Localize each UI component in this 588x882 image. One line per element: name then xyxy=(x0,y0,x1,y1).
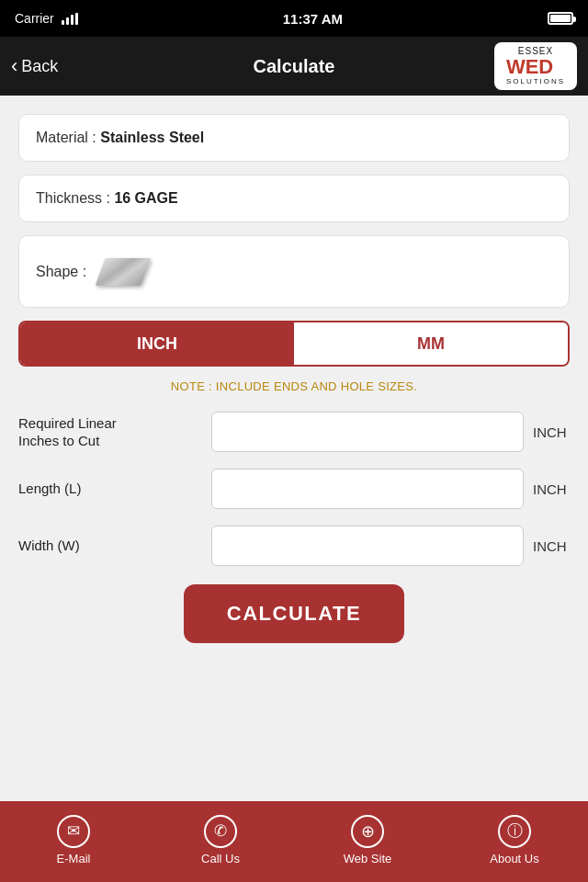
phone-icon: ✆ xyxy=(204,815,237,848)
shape-card: Shape : xyxy=(18,235,570,308)
width-label: Width (W) xyxy=(18,537,202,555)
back-label: Back xyxy=(21,57,58,76)
logo-solutions: SOLUTIONS xyxy=(506,78,565,86)
linear-inches-row: Required LinearInches to Cut INCH xyxy=(18,412,570,452)
length-label: Length (L) xyxy=(18,480,202,498)
linear-inches-input[interactable] xyxy=(211,412,524,452)
status-time: 11:37 AM xyxy=(283,11,343,27)
material-value: Stainless Steel xyxy=(100,130,204,145)
nav-bar: ‹ Back Calculate ESSEX WED SOLUTIONS xyxy=(0,37,588,96)
email-icon: ✉ xyxy=(57,815,90,848)
status-bar: Carrier 11:37 AM xyxy=(0,0,588,37)
shape-parallelogram-icon xyxy=(96,258,152,286)
unit-inch-button[interactable]: INCH xyxy=(20,322,294,365)
back-button[interactable]: ‹ Back xyxy=(11,54,58,78)
info-icon: ⓘ xyxy=(498,815,531,848)
carrier-label: Carrier xyxy=(15,11,54,26)
linear-inches-unit: INCH xyxy=(533,424,570,440)
tab-email-label: E-Mail xyxy=(57,852,91,865)
tab-website-label: Web Site xyxy=(344,852,392,865)
tab-email[interactable]: ✉ E-Mail xyxy=(0,801,147,882)
width-unit: INCH xyxy=(533,538,570,554)
note-text: NOTE : INCLUDE ENDS AND HOLE SIZES. xyxy=(18,379,570,393)
page-title: Calculate xyxy=(254,56,335,77)
length-row: Length (L) INCH xyxy=(18,469,570,509)
main-content: Material : Stainless Steel Thickness : 1… xyxy=(0,96,588,652)
status-carrier: Carrier xyxy=(15,11,78,26)
thickness-card: Thickness : 16 GAGE xyxy=(18,175,570,222)
width-input[interactable] xyxy=(211,526,524,566)
thickness-label: Thickness : xyxy=(36,190,110,206)
material-label: Material : xyxy=(36,130,96,145)
tab-website[interactable]: ⊕ Web Site xyxy=(294,801,441,882)
tab-about-label: About Us xyxy=(490,852,538,865)
logo-wed: WED xyxy=(506,56,553,78)
wifi-icon xyxy=(62,13,78,25)
logo-badge: ESSEX WED SOLUTIONS xyxy=(494,42,577,90)
tab-call[interactable]: ✆ Call Us xyxy=(147,801,294,882)
calculate-button[interactable]: CALCULATE xyxy=(184,584,404,643)
shape-label: Shape : xyxy=(36,264,86,280)
shape-image xyxy=(96,251,151,292)
linear-inches-label: Required LinearInches to Cut xyxy=(18,414,202,450)
length-input[interactable] xyxy=(211,469,524,509)
status-right xyxy=(548,12,573,25)
tab-about[interactable]: ⓘ About Us xyxy=(441,801,588,882)
thickness-value: 16 GAGE xyxy=(114,190,177,206)
length-unit: INCH xyxy=(533,481,570,497)
tab-bar: ✉ E-Mail ✆ Call Us ⊕ Web Site ⓘ About Us xyxy=(0,801,588,882)
tab-call-label: Call Us xyxy=(201,852,240,865)
unit-toggle[interactable]: INCH MM xyxy=(18,321,570,367)
material-card: Material : Stainless Steel xyxy=(18,114,570,162)
width-row: Width (W) INCH xyxy=(18,526,570,566)
unit-mm-button[interactable]: MM xyxy=(294,322,568,365)
globe-icon: ⊕ xyxy=(351,815,384,848)
battery-icon xyxy=(548,12,573,25)
back-chevron-icon: ‹ xyxy=(11,54,17,78)
